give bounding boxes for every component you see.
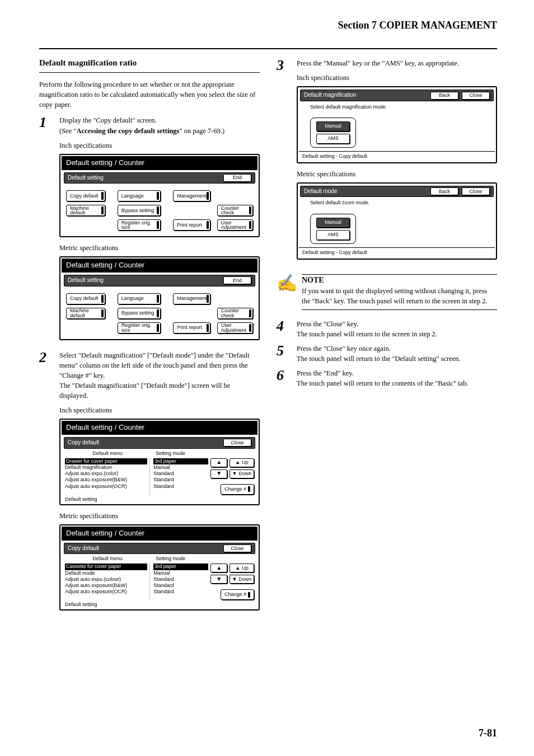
list-item[interactable]: Adjust auto exposure(B&W): [65, 477, 147, 483]
language-button[interactable]: Language: [118, 293, 161, 304]
panel-footer: Default setting - Copy default: [299, 247, 495, 257]
counter-check-button[interactable]: Counter check: [217, 308, 253, 319]
section-title: Section 7 COPIER MANAGEMENT: [39, 20, 497, 34]
management-button[interactable]: Management: [173, 190, 210, 201]
panel-footer: Default setting - Copy default: [299, 151, 495, 161]
machine-default-button[interactable]: Machine default: [66, 308, 105, 319]
panel-title: Default setting / Counter: [62, 156, 257, 170]
step-4: 4 Press the "Close" key. The touch panel…: [277, 319, 497, 339]
left-column: Default magnification ratio Perform the …: [39, 58, 260, 621]
step2b-text: The "Default magnification" ["Default mo…: [59, 381, 260, 401]
step-5: 5 Press the "Close" key once again. The …: [277, 344, 497, 364]
back-button[interactable]: Back: [430, 187, 458, 195]
header-rule: [39, 48, 497, 49]
panel-instruction: Select default magnification mode.: [299, 102, 495, 114]
close-button[interactable]: Close: [462, 187, 490, 195]
subheading-rule: [39, 72, 260, 73]
step-3: 3 Press the "Manual" key or the "AMS" ke…: [277, 58, 497, 265]
language-button[interactable]: Language: [118, 190, 161, 201]
metric-caption-3: Metric specifications: [297, 169, 497, 179]
change-button[interactable]: Change #: [221, 484, 254, 495]
panel-instruction: Select default zoom mode.: [299, 198, 495, 210]
step-3-body: Press the "Manual" key or the "AMS" key,…: [297, 58, 497, 265]
column-headers: Default menu Setting mode: [65, 450, 254, 457]
panel-strip: Default setting End: [64, 275, 255, 287]
arrow-down-icon[interactable]: ▼: [210, 469, 227, 478]
end-button[interactable]: End: [223, 174, 251, 182]
close-button[interactable]: Close: [223, 439, 251, 447]
close-button[interactable]: Close: [223, 544, 251, 552]
list-item[interactable]: Adjust auto expo.(colour): [65, 576, 147, 583]
list-item[interactable]: Adjust auto exposure(OCR): [65, 589, 147, 595]
step-number: 2: [39, 350, 53, 365]
print-report-button[interactable]: Print report: [173, 219, 210, 231]
panel-copy-default-list-inch: Default setting / Counter Copy default C…: [59, 419, 260, 505]
panel-strip: Copy default Close: [64, 543, 255, 555]
down-button[interactable]: ▼ Down: [229, 469, 254, 478]
end-button[interactable]: End: [223, 276, 251, 284]
manual-option[interactable]: Manual: [316, 218, 350, 228]
step-number: 1: [39, 115, 53, 130]
machine-default-button[interactable]: Machine default: [66, 205, 105, 216]
side-buttons: ▲ ▲ Up ▼ ▼ Down Change #: [210, 458, 254, 495]
register-orig-button[interactable]: Register orig. size: [118, 322, 161, 334]
ams-option[interactable]: AMS: [316, 134, 350, 144]
down-button[interactable]: ▼ Down: [229, 575, 254, 584]
list-item[interactable]: Adjust auto expo.(color): [65, 471, 147, 477]
list-item[interactable]: Cassette for cover paper: [65, 564, 147, 570]
panel-default-setting-inch: Default setting / Counter Default settin…: [59, 154, 260, 237]
list-item[interactable]: Adjust auto exposure(OCR): [65, 483, 147, 490]
arrow-up-icon[interactable]: ▲: [210, 564, 227, 572]
panel-body: Copy default Machine default Language By…: [62, 184, 257, 235]
arrow-up-icon[interactable]: ▲: [210, 458, 227, 467]
metric-caption-2: Metric specifications: [59, 511, 260, 521]
inch-caption-2: Inch specifications: [59, 405, 260, 415]
list-item[interactable]: Drawer for cover paper: [65, 458, 147, 464]
user-adjustment-button[interactable]: User Adjustment: [217, 219, 253, 231]
user-adjustment-button[interactable]: User Adjustment: [217, 322, 253, 334]
up-button[interactable]: ▲ Up: [229, 458, 254, 467]
step6b-text: The touch panel will return to the conte…: [297, 378, 497, 388]
default-menu-column: Cassette for cover paper Default mode Ad…: [65, 564, 147, 600]
bypass-setting-button[interactable]: Bypass setting: [118, 205, 161, 216]
print-report-button[interactable]: Print report: [173, 322, 210, 334]
step3-text: Press the "Manual" key or the "AMS" key,…: [297, 58, 497, 68]
ams-option[interactable]: AMS: [316, 230, 350, 240]
list-item[interactable]: Default magnification: [65, 464, 147, 471]
list-item[interactable]: Adjust auto exposure(B&W): [65, 583, 147, 589]
bypass-setting-button[interactable]: Bypass setting: [118, 308, 161, 319]
back-button[interactable]: Back: [430, 92, 458, 100]
step-2: 2 Select "Default magnification" ["Defau…: [39, 350, 260, 617]
note-title: NOTE: [302, 274, 497, 285]
panel-strip: Default magnification Back Close: [300, 90, 494, 101]
up-button[interactable]: ▲ Up: [229, 564, 254, 572]
inch-caption-3: Inch specifications: [297, 73, 497, 83]
counter-check-button[interactable]: Counter check: [217, 205, 253, 216]
page-number: 7-81: [479, 727, 497, 739]
change-button[interactable]: Change #: [221, 589, 254, 600]
step-6: 6 Press the "End" key. The touch panel w…: [277, 368, 497, 388]
manual-option[interactable]: Manual: [316, 121, 350, 132]
panel-title: Default setting / Counter: [62, 527, 257, 541]
list-item[interactable]: Default mode: [65, 570, 147, 576]
copy-default-button[interactable]: Copy default: [66, 190, 105, 201]
panel-strip: Copy default Close: [64, 437, 255, 449]
panel-copy-default-list-metric: Default setting / Counter Copy default C…: [59, 524, 260, 611]
copy-default-button[interactable]: Copy default: [66, 293, 105, 304]
management-button[interactable]: Management: [173, 293, 210, 304]
close-button[interactable]: Close: [462, 92, 490, 100]
footer-tab: Default setting: [62, 496, 257, 503]
arrow-down-icon[interactable]: ▼: [210, 575, 227, 584]
note-text: If you want to quit the displayed settin…: [302, 286, 497, 306]
two-column-layout: Default magnification ratio Perform the …: [39, 58, 497, 621]
step-2-body: Select "Default magnification" ["Default…: [59, 350, 260, 617]
setting-mode-column: 3rd paper Manual Standard Standard Stand…: [149, 458, 208, 495]
note-rule: [302, 309, 497, 310]
page: Section 7 COPIER MANAGEMENT Default magn…: [0, 0, 534, 756]
step1-line2: (See "Accessing the copy default setting…: [59, 126, 260, 136]
step-1: 1 Display the "Copy default" screen. (Se…: [39, 115, 260, 345]
setting-mode-column: 3rd paper Manual Standard Standard Stand…: [149, 564, 208, 600]
register-orig-button[interactable]: Register orig. size: [118, 219, 161, 231]
step-1-body: Display the "Copy default" screen. (See …: [59, 115, 260, 345]
footer-tab: Default setting: [62, 601, 257, 608]
